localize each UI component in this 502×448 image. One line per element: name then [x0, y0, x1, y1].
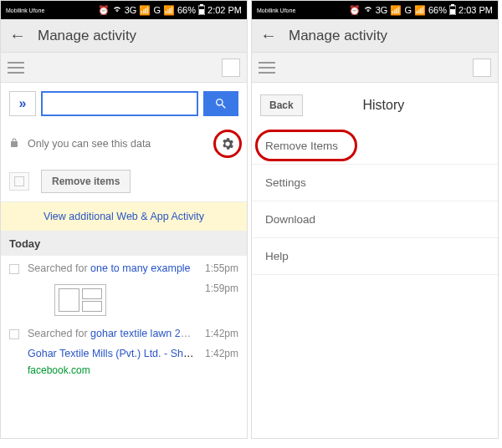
expand-icon[interactable]: »	[9, 91, 36, 116]
search-row: »	[1, 83, 247, 123]
select-all-checkbox[interactable]	[9, 172, 29, 191]
activity-row[interactable]: 1:59pm	[1, 281, 247, 321]
signal-icon-2: 📶	[414, 5, 426, 16]
gear-icon[interactable]	[220, 136, 235, 151]
search-input[interactable]	[41, 91, 198, 116]
row-time: 1:42pm	[205, 328, 238, 339]
activity-row[interactable]: Gohar Textile Mills (Pvt.) Ltd. - Shah..…	[1, 346, 247, 364]
phone-left: Mobilink Ufone ⏰ 3G 📶 G 📶 66% 2:02 PM ← …	[0, 0, 248, 439]
history-title: History	[278, 98, 489, 113]
wifi-icon	[363, 4, 373, 16]
battery-pct: 66%	[177, 5, 196, 15]
clock-label: 2:02 PM	[207, 5, 242, 15]
toolbar	[1, 53, 247, 83]
remove-row: Remove items	[1, 166, 247, 201]
activity-row-domain: facebook.com	[1, 364, 247, 381]
hamburger-icon[interactable]	[8, 62, 24, 74]
activity-row[interactable]: Searched for gohar textile lawn 2015 1:4…	[1, 321, 247, 346]
clock-label: 2:03 PM	[458, 5, 493, 15]
row-query-link[interactable]: gohar textile lawn 2015	[90, 328, 193, 339]
signal-icon-2: 📶	[163, 5, 175, 16]
section-today: Today	[1, 232, 247, 256]
red-highlight-gear	[213, 130, 242, 158]
menu-help[interactable]: Help	[252, 238, 498, 275]
svg-rect-5	[450, 9, 455, 14]
app-bar: ← Manage activity	[252, 19, 498, 53]
account-placeholder[interactable]	[473, 59, 491, 77]
page-title: Manage activity	[289, 28, 387, 44]
search-button[interactable]	[203, 91, 238, 116]
thumbnail-icon[interactable]	[54, 284, 106, 316]
battery-icon	[198, 4, 205, 17]
carrier-label: Mobilink Ufone	[257, 8, 295, 13]
battery-icon	[449, 4, 456, 17]
search-icon	[214, 97, 228, 110]
toolbar	[252, 53, 498, 83]
signal-3g-label: 3G	[125, 5, 137, 15]
checkbox-icon	[14, 176, 24, 186]
status-bar: Mobilink Ufone ⏰ 3G 📶 G 📶 66% 2:03 PM	[252, 1, 498, 19]
svg-rect-2	[199, 9, 204, 14]
signal-g-label: G	[153, 5, 161, 15]
battery-pct: 66%	[428, 5, 447, 15]
status-bar: Mobilink Ufone ⏰ 3G 📶 G 📶 66% 2:02 PM	[1, 1, 247, 19]
account-placeholder[interactable]	[222, 59, 240, 77]
signal-icon: 📶	[139, 5, 151, 16]
alarm-icon: ⏰	[98, 5, 110, 16]
carrier-label: Mobilink Ufone	[6, 8, 44, 13]
back-arrow-icon[interactable]: ←	[260, 26, 277, 45]
history-header: Back History	[252, 83, 498, 128]
phone-right: Mobilink Ufone ⏰ 3G 📶 G 📶 66% 2:03 PM ← …	[251, 0, 499, 439]
remove-items-button[interactable]: Remove items	[41, 170, 131, 193]
row-text: Searched for one to many example	[28, 262, 193, 274]
lock-icon	[9, 137, 19, 151]
row-checkbox[interactable]	[9, 329, 19, 339]
row-time: 1:59pm	[205, 283, 238, 294]
result-link[interactable]: Gohar Textile Mills (Pvt.) Ltd. - Shah..…	[28, 348, 197, 359]
privacy-text: Only you can see this data	[28, 138, 151, 150]
back-arrow-icon[interactable]: ←	[9, 26, 26, 45]
app-bar: ← Manage activity	[1, 19, 247, 53]
row-query-link[interactable]: one to many example	[90, 262, 191, 274]
menu-settings[interactable]: Settings	[252, 165, 498, 201]
signal-g-label: G	[404, 5, 412, 15]
hamburger-icon[interactable]	[259, 62, 275, 74]
row-time: 1:55pm	[205, 262, 238, 274]
menu-download[interactable]: Download	[252, 201, 498, 238]
row-checkbox[interactable]	[9, 264, 19, 274]
signal-3g-label: 3G	[376, 5, 388, 15]
page-title: Manage activity	[38, 28, 136, 44]
row-text: Searched for gohar textile lawn 2015	[28, 328, 193, 339]
menu-remove-items[interactable]: Remove Items	[252, 128, 498, 165]
result-domain[interactable]: facebook.com	[28, 364, 90, 376]
wifi-icon	[112, 4, 122, 16]
row-prefix: Searched for	[28, 328, 90, 339]
privacy-row: Only you can see this data	[1, 123, 247, 166]
view-additional-banner[interactable]: View additional Web & App Activity	[1, 201, 247, 232]
row-prefix: Searched for	[28, 262, 90, 274]
alarm-icon: ⏰	[349, 5, 361, 16]
signal-icon: 📶	[390, 5, 402, 16]
activity-row[interactable]: Searched for one to many example 1:55pm	[1, 256, 247, 281]
row-time: 1:42pm	[205, 348, 238, 359]
